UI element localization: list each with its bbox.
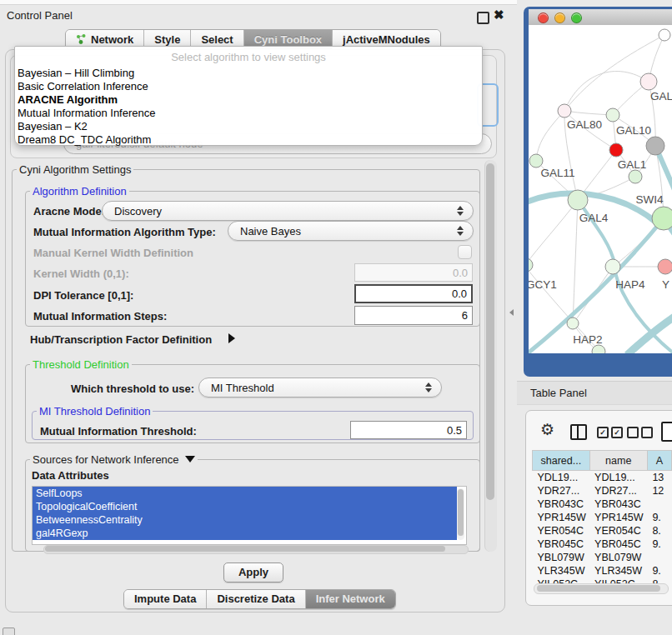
network-edge[interactable]	[564, 111, 613, 115]
close-panel-icon[interactable]: ✖	[494, 8, 504, 22]
mi-type-combobox[interactable]: Naive Bayes	[228, 221, 474, 241]
hub-section-label[interactable]: Hub/Transcription Factor Definition	[30, 333, 212, 346]
column-split-icon[interactable]	[570, 424, 587, 440]
gear-icon[interactable]: ⚙	[540, 422, 554, 438]
mi-steps-input[interactable]: 6	[354, 306, 473, 325]
table-column-header[interactable]: name	[589, 451, 647, 471]
network-edge[interactable]	[578, 200, 614, 263]
network-node[interactable]	[567, 318, 579, 329]
close-window-icon[interactable]	[538, 12, 549, 23]
network-node[interactable]	[658, 259, 672, 274]
attribute-list-item[interactable]: TopologicalCoefficient	[33, 500, 457, 513]
table-cell[interactable]: YBR043C	[533, 498, 590, 511]
network-edge[interactable]	[564, 72, 649, 111]
network-edge[interactable]	[536, 111, 564, 161]
network-node[interactable]	[558, 104, 571, 118]
float-panel-icon[interactable]	[477, 12, 489, 24]
dpi-tolerance-input[interactable]: 0.0	[354, 284, 473, 303]
tab-discretize-data[interactable]: Discretize Data	[207, 590, 305, 608]
network-window-titlebar[interactable]	[529, 9, 672, 26]
which-threshold-combobox[interactable]: MI Threshold	[198, 378, 442, 398]
table-cell[interactable]: YER054C	[533, 524, 590, 538]
checked-box-icon[interactable]: ✓	[597, 427, 609, 438]
table-hscroll-thumb[interactable]	[537, 585, 660, 592]
collapse-arrow-icon[interactable]	[185, 456, 195, 462]
network-node[interactable]	[652, 207, 672, 230]
network-edge[interactable]	[573, 200, 578, 323]
network-node[interactable]	[646, 137, 664, 155]
network-edge[interactable]	[529, 200, 578, 265]
table-cell[interactable]: YBR045C	[589, 538, 647, 551]
table-cell[interactable]: YBR043C	[589, 498, 647, 511]
unchecked-box-icon[interactable]	[641, 427, 653, 438]
algorithm-menu-item[interactable]: Dream8 DC_TDC Algorithm	[15, 133, 482, 147]
settings-scrollbar-thumb[interactable]	[486, 163, 494, 500]
kernel-width-input[interactable]: 0.0	[354, 263, 473, 282]
table-row[interactable]: YBR045CYBR045C9.	[533, 538, 672, 551]
mi-threshold-input[interactable]: 0.5	[350, 421, 467, 439]
table-cell[interactable]: YLR345W	[589, 564, 647, 578]
network-node[interactable]	[629, 170, 642, 183]
table-cell[interactable]: YLR345W	[533, 564, 590, 578]
algorithm-menu-item[interactable]: Mutual Information Inference	[15, 107, 482, 120]
attribute-list-item[interactable]: gal4RGexp	[33, 527, 457, 540]
table-cell[interactable]: YDL19...	[533, 471, 590, 485]
table-row[interactable]: YLR345WYLR345W9.	[533, 564, 672, 578]
attribute-list-item[interactable]: SelfLoops	[33, 487, 457, 500]
table-column-header[interactable]: A	[647, 451, 671, 471]
network-node[interactable]	[605, 259, 620, 274]
table-row[interactable]: YPR145WYPR145W9.	[533, 511, 672, 524]
tab-impute-data[interactable]: Impute Data	[124, 590, 207, 608]
attr-list-scrollbar[interactable]	[457, 488, 464, 540]
network-view-canvas[interactable]: GALGAL80GAL10GAL1GAL11GAL4SWI4GCY1HAP4YH…	[529, 25, 672, 353]
tab-infer-network[interactable]: Infer Network	[306, 590, 395, 608]
network-node[interactable]	[606, 108, 619, 122]
expand-arrow-icon[interactable]	[228, 333, 235, 343]
table-cell[interactable]: 13	[647, 471, 671, 485]
network-node[interactable]	[640, 73, 657, 90]
table-cell[interactable]: YDR27...	[533, 484, 590, 498]
table-cell[interactable]: YBR045C	[533, 538, 590, 551]
zoom-window-icon[interactable]	[571, 12, 582, 23]
attribute-list-item[interactable]: BetweennessCentrality	[33, 513, 457, 527]
apply-button[interactable]: Apply	[223, 562, 283, 582]
algorithm-menu-item[interactable]: ARACNE Algorithm	[15, 93, 482, 107]
table-cell[interactable]: 9.	[647, 538, 671, 551]
data-attributes-list[interactable]: SelfLoopsTopologicalCoefficientBetweenne…	[32, 486, 467, 545]
table-cell[interactable]: YBL079W	[589, 551, 647, 564]
checked-box-icon[interactable]: ✓	[611, 427, 623, 438]
table-cell[interactable]: YBL079W	[533, 551, 590, 564]
table-cell[interactable]: 12	[647, 484, 671, 498]
algorithm-menu-item[interactable]: Bayesian – Hill Climbing	[15, 67, 482, 80]
network-node[interactable]	[609, 143, 623, 157]
algorithm-menu-item[interactable]: Bayesian – K2	[15, 120, 482, 133]
sources-hscroll-thumb[interactable]	[45, 546, 445, 552]
aracne-mode-combobox[interactable]: Discovery	[102, 201, 474, 221]
table-cell[interactable]: 8.	[647, 524, 671, 538]
manual-kernel-checkbox[interactable]	[458, 245, 472, 259]
table-cell[interactable]	[647, 551, 671, 564]
document-icon[interactable]	[661, 422, 672, 442]
table-cell[interactable]: YER054C	[589, 524, 647, 538]
table-cell[interactable]: YPR145W	[589, 511, 647, 524]
table-row[interactable]: YER054CYER054C8.	[533, 524, 672, 538]
network-node[interactable]	[568, 190, 588, 210]
network-node[interactable]	[529, 258, 533, 272]
table-cell[interactable]: YDR27...	[589, 484, 647, 498]
algorithm-menu-item[interactable]: Basic Correlation Inference	[15, 80, 482, 93]
network-node[interactable]	[529, 154, 543, 168]
splitter-collapse-icon[interactable]	[509, 309, 514, 316]
table-row[interactable]: YBR043CYBR043C	[533, 498, 672, 511]
minimize-window-icon[interactable]	[554, 12, 565, 23]
unchecked-box-icon[interactable]	[627, 427, 639, 438]
table-row[interactable]: YDR27...YDR27...12	[533, 484, 672, 498]
table-row[interactable]: YBL079WYBL079W	[533, 551, 672, 564]
network-node[interactable]	[592, 345, 605, 353]
table-cell[interactable]: YPR145W	[533, 511, 590, 524]
table-cell[interactable]: YDL19...	[589, 471, 647, 485]
minimized-panel-icon[interactable]	[3, 628, 15, 635]
table-cell[interactable]: 9.	[647, 564, 671, 578]
table-column-header[interactable]: shared...	[533, 451, 590, 471]
node-table[interactable]: shared...nameA YDL19...YDL19...13YDR27..…	[532, 450, 672, 591]
table-row[interactable]: YDL19...YDL19...13	[533, 471, 672, 485]
